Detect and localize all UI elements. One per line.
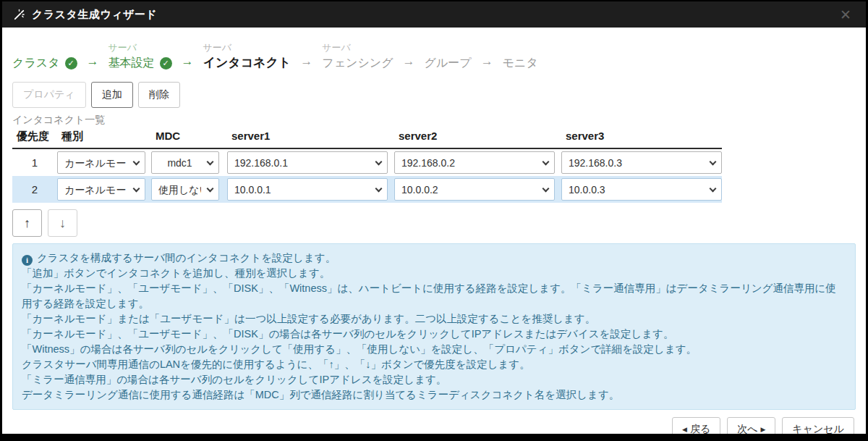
mdc-select[interactable]: mdc1	[151, 151, 219, 174]
step-complete-icon: ✓	[160, 57, 172, 70]
step-label: グループ	[425, 54, 472, 72]
step-arrow-icon: →	[481, 53, 493, 70]
add-button[interactable]: 追加	[91, 82, 133, 108]
info-icon: i	[22, 255, 33, 266]
server3-select[interactable]: 10.0.0.3	[561, 178, 722, 201]
server1-select[interactable]: 192.168.0.1	[227, 151, 388, 174]
server3-select[interactable]: 192.168.0.3	[561, 151, 722, 174]
type-select[interactable]: カーネルモード	[57, 178, 145, 201]
arrow-up-icon: ↑	[24, 216, 30, 230]
table-row-selected[interactable]: 2 カーネルモード 使用しない 10.0.0.1 10.0.0.2 10.0.0…	[12, 176, 722, 203]
interconnect-table: 優先度 種別 MDC server1 server2 server3 1 カーネ…	[12, 130, 722, 203]
server1-select[interactable]: 10.0.0.1	[227, 178, 388, 201]
step-label: インタコネクト	[203, 54, 292, 72]
header-server1: server1	[227, 130, 388, 143]
info-line: 「ミラー通信専用」の場合は各サーバ列のセルをクリックしてIPアドレスを設定します…	[22, 372, 846, 387]
step-label: 基本設定	[109, 54, 155, 72]
reorder-controls: ↑ ↓	[12, 209, 866, 237]
step-arrow-icon: →	[87, 53, 99, 70]
cancel-button[interactable]: キャンセル	[782, 417, 854, 441]
step-arrow-icon: →	[403, 53, 415, 70]
step-interconnect[interactable]: サーバ インタコネクト	[203, 41, 292, 72]
server2-select[interactable]: 10.0.0.2	[394, 178, 555, 201]
header-server3: server3	[561, 130, 722, 143]
next-button[interactable]: 次へ ▶	[727, 417, 775, 441]
info-line: 「追加」ボタンでインタコネクトを追加し、種別を選択します。	[22, 266, 846, 281]
move-down-button[interactable]: ↓	[48, 209, 77, 237]
toolbar: プロパティ 追加 削除	[12, 82, 866, 108]
type-select[interactable]: カーネルモード	[57, 151, 145, 174]
info-line: データミラーリング通信に使用する通信経路は「MDC」列で通信経路に割り当てるミラ…	[22, 387, 846, 403]
delete-button[interactable]: 削除	[138, 82, 180, 108]
wizard-steps: クラスタ✓ → サーバ 基本設定✓ → サーバ インタコネクト → サーバ フェ…	[12, 41, 866, 72]
window-title: クラスタ生成ウィザード	[32, 8, 157, 22]
info-panel: iクラスタを構成するサーバ間のインタコネクトを設定します。 「追加」ボタンでイン…	[12, 243, 856, 410]
step-monitor[interactable]: モニタ	[503, 41, 538, 72]
table-header-row: 優先度 種別 MDC server1 server2 server3	[12, 130, 722, 149]
step-label: モニタ	[503, 54, 538, 72]
info-line: 「カーネルモード」、「ユーザモード」、「DISK」、「Witness」は、ハート…	[22, 281, 846, 311]
priority-value: 1	[12, 156, 57, 169]
wizard-wand-icon	[12, 8, 26, 22]
step-label: クラスタ	[12, 54, 60, 72]
next-arrow-icon: ▶	[760, 426, 765, 433]
info-line: 「カーネルモード」または「ユーザモード」は一つ以上設定する必要があります。二つ以…	[22, 311, 846, 327]
step-cluster[interactable]: クラスタ✓	[12, 41, 77, 72]
back-arrow-icon: ◀	[682, 426, 687, 433]
step-label: フェンシング	[322, 54, 393, 72]
header-type: 種別	[57, 130, 145, 143]
step-basic-settings[interactable]: サーバ 基本設定✓	[109, 41, 172, 72]
step-arrow-icon: →	[182, 53, 194, 70]
priority-value: 2	[12, 183, 57, 196]
footer-actions: ◀ 戻る 次へ ▶ キャンセル	[2, 417, 854, 441]
info-line: 「カーネルモード」、「ユーザモード」、「DISK」の場合は各サーバ列のセルをクリ…	[22, 327, 846, 342]
mdc-select[interactable]: 使用しない	[151, 178, 219, 201]
server2-select[interactable]: 192.168.0.2	[394, 151, 555, 174]
step-arrow-icon: →	[300, 53, 312, 70]
header-mdc: MDC	[151, 130, 219, 143]
titlebar: クラスタ生成ウィザード ✕	[2, 1, 866, 28]
step-complete-icon: ✓	[65, 57, 77, 70]
close-icon[interactable]: ✕	[835, 7, 856, 23]
step-fencing[interactable]: サーバ フェンシング	[322, 41, 393, 72]
header-server2: server2	[394, 130, 555, 143]
move-up-button[interactable]: ↑	[12, 209, 42, 237]
info-line: クラスタサーバ間専用通信のLANを優先的に使用するように、「↑」、「↓」ボタンで…	[22, 357, 846, 372]
table-row[interactable]: 1 カーネルモード mdc1 192.168.0.1 192.168.0.2 1…	[12, 149, 722, 176]
info-line: iクラスタを構成するサーバ間のインタコネクトを設定します。	[22, 251, 846, 266]
header-priority: 優先度	[12, 130, 57, 143]
back-button[interactable]: ◀ 戻る	[672, 417, 720, 441]
info-line: 「Witness」の場合は各サーバ列のセルをクリックして「使用する」、「使用しな…	[22, 342, 846, 357]
arrow-down-icon: ↓	[59, 216, 66, 230]
property-button[interactable]: プロパティ	[12, 82, 86, 108]
step-group[interactable]: グループ	[425, 41, 472, 72]
interconnect-list-caption: インタコネクト一覧	[12, 114, 866, 127]
